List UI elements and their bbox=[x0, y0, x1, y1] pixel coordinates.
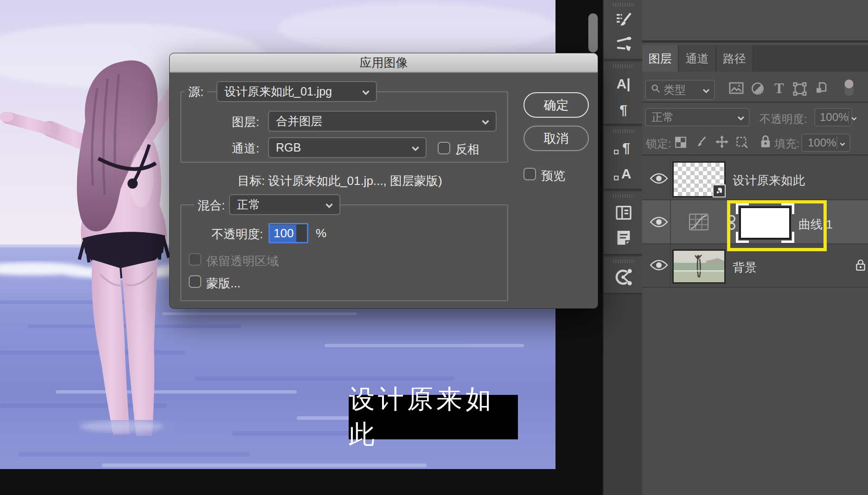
fill-select[interactable]: 100% bbox=[801, 133, 850, 152]
photoshop-window: 设计原来如此 A| ¶ bbox=[0, 0, 868, 495]
filter-toggle-switch[interactable] bbox=[843, 78, 855, 100]
chevron-down-icon bbox=[411, 141, 420, 154]
filter-adjustment-layers-icon[interactable] bbox=[751, 82, 764, 97]
dock-grip[interactable] bbox=[613, 129, 634, 133]
smart-object-badge-icon bbox=[713, 184, 726, 197]
channel-label: 通道: bbox=[232, 140, 259, 157]
chevron-down-icon bbox=[481, 114, 490, 128]
filter-type-layers-icon[interactable]: T bbox=[774, 80, 784, 97]
curves-adjustment-icon[interactable] bbox=[689, 213, 709, 233]
target-label: 目标: bbox=[237, 173, 265, 189]
panel-opacity-label: 不透明度: bbox=[760, 112, 807, 127]
source-select[interactable]: 设计原来如此_01.jpg bbox=[217, 81, 377, 102]
tab-layers[interactable]: 图层 bbox=[642, 45, 679, 72]
dock-grip[interactable] bbox=[613, 260, 634, 263]
visibility-eye-icon[interactable] bbox=[650, 259, 668, 272]
character-panel-icon[interactable]: A| bbox=[604, 72, 643, 96]
lock-row: 锁定: 填充: 100% bbox=[642, 129, 868, 156]
dock-group-libraries bbox=[604, 257, 643, 294]
lock-label: 锁定: bbox=[646, 136, 671, 151]
lock-image-pixels-icon[interactable] bbox=[695, 135, 708, 150]
fill-label: 填充: bbox=[774, 136, 800, 151]
mask-highlight-annotation bbox=[727, 200, 827, 251]
tab-channels[interactable]: 通道 bbox=[679, 45, 716, 72]
preview-label: 预览 bbox=[541, 168, 565, 184]
layer-name: 背景 bbox=[733, 260, 757, 276]
dialog-title-bar[interactable]: 应用图像 bbox=[170, 53, 598, 73]
blend-select[interactable]: 正常 bbox=[229, 194, 340, 215]
mask-checkbox[interactable] bbox=[189, 275, 201, 288]
layer-thumbnail[interactable] bbox=[672, 161, 726, 197]
panel-dock: A| ¶ ¶ A bbox=[603, 0, 642, 495]
blend-label: 混合: bbox=[194, 197, 229, 214]
search-icon bbox=[651, 83, 661, 96]
dock-group-type: A| ¶ bbox=[604, 62, 643, 125]
layer-row-smart-object[interactable]: 设计原来如此 bbox=[642, 157, 868, 200]
filter-type-label: 类型 bbox=[664, 82, 686, 97]
canvas-caption: 设计原来如此 bbox=[349, 395, 518, 439]
character-styles-icon[interactable]: A bbox=[604, 162, 643, 186]
visibility-eye-icon[interactable] bbox=[650, 172, 668, 185]
canvas-vertical-scrollbar[interactable] bbox=[588, 13, 598, 53]
layer-comps-icon[interactable] bbox=[604, 201, 643, 225]
invert-checkbox[interactable] bbox=[438, 142, 450, 154]
dock-group-brushes bbox=[604, 0, 643, 60]
blend-mode-row: 正常 不透明度: 100% bbox=[642, 103, 868, 129]
chevron-down-icon bbox=[848, 111, 857, 124]
chevron-down-icon bbox=[836, 136, 846, 149]
brush-settings-icon[interactable] bbox=[604, 7, 643, 32]
tab-paths[interactable]: 路径 bbox=[716, 45, 753, 72]
background-thumbnail[interactable] bbox=[672, 249, 726, 284]
chevron-down-icon bbox=[361, 85, 370, 98]
ok-button[interactable]: 确定 bbox=[523, 92, 589, 118]
lock-transparent-pixels-icon[interactable] bbox=[675, 136, 687, 150]
mask-option-label: 蒙版... bbox=[206, 275, 241, 292]
opacity-label: 不透明度: bbox=[211, 226, 263, 242]
panel-opacity-select[interactable]: 100% bbox=[814, 108, 852, 127]
filter-smart-objects-icon[interactable] bbox=[814, 81, 828, 97]
dock-grip[interactable] bbox=[613, 64, 634, 68]
lock-artboard-icon[interactable] bbox=[735, 136, 748, 151]
layers-panel: 图层 通道 路径 类型 T bbox=[642, 0, 868, 495]
preview-checkbox[interactable] bbox=[523, 168, 536, 180]
dock-group-styles: ¶ A bbox=[604, 127, 643, 190]
paragraph-panel-icon[interactable]: ¶ bbox=[604, 98, 643, 122]
notes-icon[interactable] bbox=[604, 226, 643, 250]
target-value: 设计原来如此_01.jp..., 图层蒙版) bbox=[268, 173, 442, 189]
blend-mode-select[interactable]: 正常 bbox=[645, 108, 750, 127]
brushes-icon[interactable] bbox=[604, 32, 643, 57]
filter-pixel-layers-icon[interactable] bbox=[729, 82, 744, 96]
opacity-unit: % bbox=[316, 226, 326, 241]
invert-label: 反相 bbox=[455, 141, 479, 158]
opacity-input[interactable]: 100 bbox=[268, 223, 308, 243]
apply-image-dialog: 应用图像 源: 设计原来如此_01.jpg 图层: 合并图层 通道: RGB 反… bbox=[169, 53, 598, 309]
chevron-down-icon bbox=[325, 198, 334, 211]
visibility-eye-icon[interactable] bbox=[650, 216, 668, 229]
cancel-button[interactable]: 取消 bbox=[523, 126, 589, 151]
preserve-transparency-label: 保留透明区域 bbox=[206, 253, 279, 269]
background-lock-icon[interactable] bbox=[855, 258, 867, 274]
panel-top-space bbox=[642, 0, 868, 43]
lock-all-icon[interactable] bbox=[759, 134, 772, 150]
dock-grip[interactable] bbox=[613, 194, 634, 198]
channel-select[interactable]: RGB bbox=[268, 137, 427, 158]
dialog-title: 应用图像 bbox=[360, 55, 408, 71]
source-label: 源: bbox=[185, 84, 207, 100]
paragraph-styles-icon[interactable]: ¶ bbox=[604, 136, 643, 160]
filter-type-select[interactable]: 类型 bbox=[645, 80, 715, 100]
dock-group-comps bbox=[604, 191, 643, 255]
chevron-down-icon bbox=[737, 111, 745, 124]
filter-shape-layers-icon[interactable] bbox=[793, 82, 807, 98]
layer-label: 图层: bbox=[232, 114, 259, 130]
layer-name: 设计原来如此 bbox=[733, 172, 805, 189]
panel-tab-bar: 图层 通道 路径 bbox=[642, 45, 868, 72]
lock-position-icon[interactable] bbox=[715, 135, 728, 150]
layer-select[interactable]: 合并图层 bbox=[268, 111, 497, 132]
chevron-down-icon bbox=[702, 83, 710, 96]
libraries-share-icon[interactable] bbox=[604, 265, 643, 289]
layer-filter-row: 类型 T bbox=[642, 72, 868, 103]
preserve-transparency-checkbox bbox=[189, 253, 201, 266]
dock-grip[interactable] bbox=[613, 3, 634, 6]
